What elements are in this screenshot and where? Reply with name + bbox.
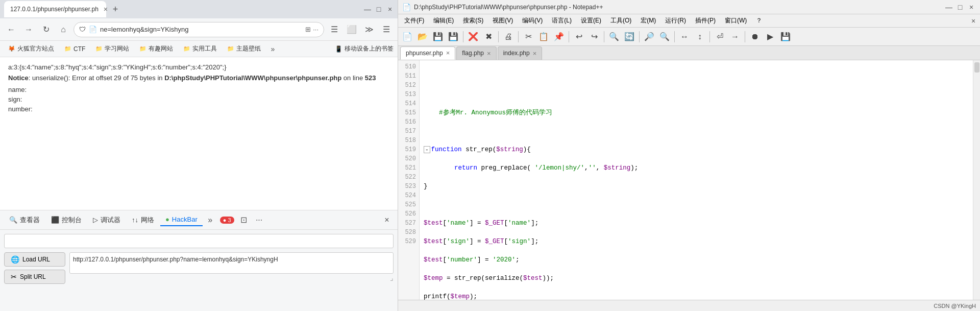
menu-macro[interactable]: 宏(M)	[636, 15, 660, 27]
line-num-515: 515	[398, 108, 419, 117]
editor-extra-close[interactable]: ×	[969, 16, 978, 26]
split-url-button[interactable]: ✂ Split URL	[4, 270, 65, 284]
menu-file[interactable]: 文件(F)	[400, 15, 428, 27]
toolbar-replace[interactable]: 🔄	[622, 30, 636, 44]
mobile-bookmark-item[interactable]: 📱 移动设备上的书签	[335, 44, 394, 53]
bookmark-item-firefox[interactable]: 🦊 火狐官方站点	[4, 43, 58, 54]
toolbar-macro-record[interactable]: ⏺	[748, 30, 762, 44]
toolbar-save[interactable]: 💾	[431, 30, 445, 44]
editor-tab-flag[interactable]: flag.php ×	[456, 46, 496, 60]
toolbar-wordwrap[interactable]: ⏎	[713, 30, 727, 44]
devtools-tab-console[interactable]: ⬛ 控制台	[46, 213, 87, 227]
toolbar-sync-v[interactable]: ↕	[693, 30, 707, 44]
tab-bar-icon[interactable]: ⬜	[345, 22, 359, 37]
devtools-options-button[interactable]: ···	[253, 213, 266, 227]
toolbar-close[interactable]: ❌	[466, 30, 480, 44]
bookmark-icon-study: 📁	[95, 45, 103, 52]
toolbar-macro-save[interactable]: 💾	[778, 30, 793, 44]
refresh-button[interactable]: ↻	[39, 22, 53, 37]
menu-plugins[interactable]: 插件(P)	[691, 15, 720, 27]
toolbar-indent[interactable]: →	[728, 30, 742, 44]
bookmark-icon-wallpaper: 📁	[227, 45, 234, 52]
toolbar-zoom-out[interactable]: 🔍	[657, 30, 672, 44]
bookmark-item-study[interactable]: 📁 学习网站	[91, 43, 133, 54]
browser-minimize-button[interactable]: —	[364, 6, 371, 13]
toolbar-save-all[interactable]: 💾	[446, 30, 460, 44]
menu-run[interactable]: 运行(R)	[661, 15, 690, 27]
toolbar-open[interactable]: 📂	[415, 30, 430, 44]
toolbar-find[interactable]: 🔍	[607, 30, 621, 44]
menu-help[interactable]: ？	[752, 15, 766, 27]
address-more-icon[interactable]: ···	[313, 26, 318, 33]
load-url-button[interactable]: 🌐 Load URL	[4, 252, 65, 267]
tab-close-flag[interactable]: ×	[487, 50, 491, 57]
editor-minimize-button[interactable]: —	[944, 3, 953, 12]
toolbar-paste[interactable]: 📌	[552, 30, 566, 44]
bookmark-item-fun[interactable]: 📁 有趣网站	[135, 43, 177, 54]
toolbar-copy[interactable]: 📋	[536, 30, 551, 44]
toolbar-print[interactable]: 🖨	[501, 30, 516, 44]
menu-button[interactable]: ☰	[379, 22, 394, 37]
code-content[interactable]: #参考Mr. Anonymous师傅的代码学习 -function str_re…	[420, 60, 973, 300]
network-icon: ↑↓	[132, 216, 138, 224]
scrollbar[interactable]	[973, 60, 980, 300]
address-file-icon: 📄	[89, 26, 97, 33]
editor-tab-phpunser[interactable]: phpunser.php ×	[400, 46, 455, 60]
devtools-close-button[interactable]: ×	[380, 213, 394, 227]
inspector-label: 查看器	[20, 216, 40, 225]
editor-title-icon: 📄	[402, 3, 411, 11]
toolbar-sync-h[interactable]: ↔	[677, 30, 692, 44]
toolbar-undo[interactable]: ↩	[572, 30, 586, 44]
code-line-516: }	[424, 183, 428, 190]
menu-settings[interactable]: 设置(E)	[577, 15, 605, 27]
toolbar-cut[interactable]: ✂	[521, 30, 535, 44]
browser-maximize-button[interactable]: □	[375, 6, 382, 13]
tab-close-index[interactable]: ×	[533, 50, 537, 57]
tab-close-icon[interactable]: ×	[104, 5, 108, 13]
address-bar[interactable]: 🛡 📄 ne=lemonhyq&sign=YKishyng ⊞ ···	[74, 22, 324, 37]
devtools-tab-inspector[interactable]: 🔍 查看器	[4, 213, 45, 227]
devtools-tab-hackbar[interactable]: ● HackBar	[160, 213, 203, 226]
home-button[interactable]: ⌂	[56, 22, 70, 37]
forward-button[interactable]: →	[21, 22, 36, 37]
menu-edit[interactable]: 编辑(E)	[429, 15, 458, 27]
bookmark-item-ctf[interactable]: 📁 CTF	[60, 44, 89, 54]
bookmark-item-tools[interactable]: 📁 实用工具	[179, 43, 221, 54]
editor-maximize-button[interactable]: □	[955, 3, 965, 12]
tab-close-phpunser[interactable]: ×	[446, 49, 450, 57]
editor-tab-index[interactable]: index.php ×	[498, 46, 543, 60]
devtools-layout-button[interactable]: ⊡	[237, 213, 251, 227]
bookmarks-icon[interactable]: ☰	[327, 22, 341, 37]
toolbar-new[interactable]: 📄	[400, 30, 414, 44]
toolbar-macro-play[interactable]: ▶	[763, 30, 777, 44]
menu-encoding[interactable]: 编码(V)	[518, 15, 547, 27]
hackbar-dot-icon: ●	[165, 216, 169, 223]
menu-search[interactable]: 搜索(S)	[459, 15, 487, 27]
bookmarks-more-button[interactable]: »	[267, 43, 278, 55]
new-tab-button[interactable]: +	[108, 2, 122, 16]
toolbar-redo[interactable]: ↪	[587, 30, 601, 44]
menu-tools[interactable]: 工具(O)	[606, 15, 635, 27]
toolbar-zoom-in[interactable]: 🔎	[642, 30, 656, 44]
browser-close-button[interactable]: ×	[386, 6, 394, 13]
bookmark-item-wallpaper[interactable]: 📁 主题壁纸	[223, 43, 265, 54]
address-qr-icon[interactable]: ⊞	[305, 26, 311, 33]
extensions-icon[interactable]: ≫	[362, 22, 376, 37]
devtools-more-button[interactable]: »	[204, 213, 217, 227]
toolbar-sep6	[639, 31, 640, 42]
tab-label-phpunser: phpunser.php	[406, 50, 443, 57]
editor-panel: 📄 D:\phpStudy\PHPTutorial\WWW\phpunser\p…	[398, 0, 980, 311]
code-line-521: $temp = str_rep(serialize($test));	[424, 275, 554, 282]
menu-window[interactable]: 窗口(W)	[721, 15, 751, 27]
hackbar-area: 🌐 Load URL ✂ Split URL http://127.0.0.1/…	[0, 229, 398, 311]
menu-language[interactable]: 语言(L)	[548, 15, 576, 27]
hackbar-top-input[interactable]	[4, 234, 394, 248]
devtools-tab-debugger[interactable]: ▷ 调试器	[88, 213, 126, 227]
hackbar-url-textarea[interactable]: http://127.0.0.1/phpunser/phpunser.php?n…	[69, 252, 394, 274]
devtools-tab-network[interactable]: ↑↓ 网络	[127, 213, 159, 227]
browser-tab-active[interactable]: 127.0.0.1/phpunser/phpunser.ph ×	[4, 1, 106, 17]
menu-view[interactable]: 视图(V)	[488, 15, 517, 27]
back-button[interactable]: ←	[4, 22, 18, 37]
toolbar-close-all[interactable]: ✖	[481, 30, 496, 44]
editor-close-button[interactable]: ×	[967, 3, 976, 12]
